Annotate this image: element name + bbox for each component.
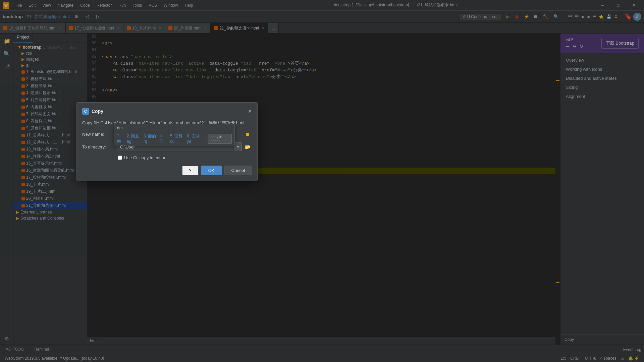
dialog-checkbox-row: Use Ct copy in editor [82,155,252,160]
dialog-copy-in-editor-label: copy in editor [140,155,165,160]
autocomplete-header: dm [114,124,234,132]
dir-dropdown-button[interactable]: ▾ [234,142,242,151]
dialog-new-name-label: New name: [82,132,116,137]
autocomplete-prefix: dm [117,126,123,130]
dialog-help-button[interactable]: ? [182,166,199,175]
autocomplete-item-1[interactable]: 1. 面 [117,133,124,144]
dialog-overlay: C Copy ✕ Copy file C:\Users\Administrato… [0,0,644,362]
autocomplete-more-icon[interactable]: › [204,136,205,141]
dialog-ok-button[interactable]: OK [201,166,222,175]
dialog-title: Copy [92,109,248,114]
dir-browse-button[interactable]: 📂 [243,142,252,151]
autocomplete-item-2[interactable]: 2. 而且eg [127,133,141,144]
autocomplete-item-6[interactable]: 6. 面试ya [187,133,201,144]
autocomplete-copy-label: copy in editor [211,135,229,143]
autocomplete-copy-button[interactable]: copy in editor [208,134,232,144]
dialog-icon: C [82,108,89,115]
dialog-close-button[interactable]: ✕ [248,109,252,114]
dialog-title-bar: C Copy ✕ [82,108,252,115]
autocomplete-items: 1. 面 2. 而且eg 3. 面的rq 4. 而j 5. 面料ou 6. 面试… [114,132,234,145]
autocomplete-popup: dm 1. 面 2. 而且eg 3. 面的rq 4. 而j 5. 面料ou 6.… [114,124,235,145]
input-indicator [246,133,249,136]
dialog-cancel-button[interactable]: Cancel [224,166,252,175]
autocomplete-item-3[interactable]: 3. 面的rq [144,133,157,144]
autocomplete-item-5[interactable]: 5. 面料ou [170,133,184,144]
dialog-to-dir-label: To directory: [82,144,116,149]
autocomplete-item-4[interactable]: 4. 而j [160,133,167,144]
dialog-buttons: ? OK Cancel [82,166,252,175]
dialog-checkbox-label: Use Ct [124,155,138,160]
dialog-checkbox[interactable] [118,156,122,160]
